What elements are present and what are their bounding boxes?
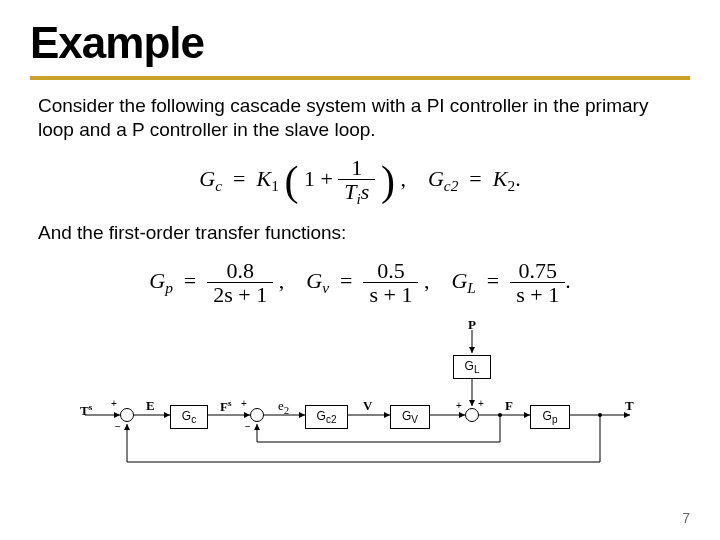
slide-title: Example (30, 18, 690, 68)
minus-sign: − (245, 421, 251, 432)
block-gl: GL (453, 355, 491, 379)
block-diagram: + − + − + + Gc Gc2 GV GL Gp P Ts E Fs e2… (80, 320, 640, 470)
label-v: V (363, 398, 372, 414)
label-p: P (468, 317, 476, 333)
svg-point-11 (598, 413, 602, 417)
minus-sign: − (115, 421, 121, 432)
plus-sign: + (456, 400, 462, 411)
label-ts: Ts (80, 402, 92, 419)
plus-sign: + (241, 398, 247, 409)
block-gp: Gp (530, 405, 570, 429)
label-e2: e2 (278, 398, 289, 416)
paragraph-1: Consider the following cascade system wi… (38, 94, 682, 142)
block-gv: GV (390, 405, 430, 429)
page-number: 7 (682, 510, 690, 526)
svg-point-10 (498, 413, 502, 417)
equation-transfer-functions: Gp = 0.8 2s + 1 , Gv = 0.5 s + 1 , GL = … (30, 259, 690, 306)
diagram-wires (80, 320, 640, 470)
label-t: T (625, 398, 634, 414)
label-e: E (146, 398, 155, 414)
block-gc: Gc (170, 405, 208, 429)
label-fs: Fs (220, 398, 232, 415)
block-gc2: Gc2 (305, 405, 348, 429)
paragraph-2: And the first-order transfer functions: (38, 221, 682, 245)
sum-junction-disturbance (465, 408, 479, 422)
equation-controllers: Gc = K1 ( 1 + 1 Tis ) , Gc2 = K2. (30, 156, 690, 208)
plus-sign: + (478, 398, 484, 409)
sum-junction-inner (250, 408, 264, 422)
title-rule (30, 76, 690, 80)
sum-junction-outer (120, 408, 134, 422)
plus-sign: + (111, 398, 117, 409)
label-f: F (505, 398, 513, 414)
